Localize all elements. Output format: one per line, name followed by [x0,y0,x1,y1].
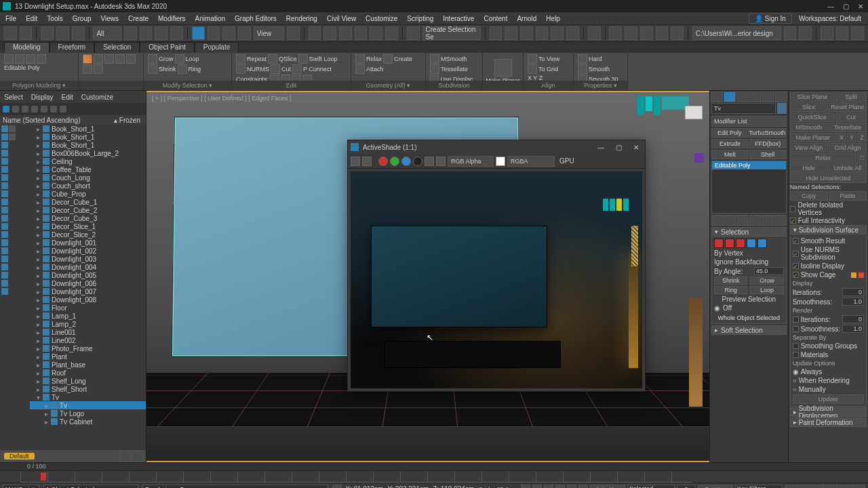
default-layer-button[interactable]: Default [4,453,35,460]
unlink-button[interactable] [56,26,69,40]
rectangular-region-button[interactable] [155,26,167,40]
scene-item[interactable]: ▸Roof [30,369,146,377]
menu-tools[interactable]: Tools [47,15,62,22]
scene-item[interactable]: ▸Plant_base [30,361,146,369]
ribbon-group-modifyselection[interactable]: Modify Selection ▾ [144,81,231,90]
walk-icon[interactable] [846,485,855,489]
scene-item[interactable]: ▸Book_Short_1 [30,133,146,141]
modifier-stack[interactable]: Editable Poly [711,161,787,214]
display-tab-icon[interactable] [762,92,774,102]
extrude-button[interactable]: Extrude [711,139,749,148]
softselection-rollout-header[interactable]: ▸ Soft Selection [711,325,787,335]
select-and-rotate-button[interactable] [208,26,220,40]
as-save-icon[interactable] [351,157,360,166]
as-mono-icon[interactable] [425,157,434,166]
subdiv-disp-header[interactable]: ▸ Subdivision Displacemen [790,407,867,417]
named-selection-dropdown[interactable]: Create Selection Se [422,26,481,40]
select-and-manipulate-button[interactable] [309,26,321,40]
rendered-frame-button[interactable] [625,26,637,40]
as-red-channel-icon[interactable] [378,157,388,166]
undo-button[interactable] [4,26,17,40]
menu-group[interactable]: Group [73,15,92,22]
menu-animation[interactable]: Animation [195,15,225,22]
scene-item[interactable]: ▸Downlight_007 [30,287,146,296]
keyfilters-button[interactable]: Key Filters... [735,485,783,489]
as-maximize-button[interactable]: ▢ [610,144,627,151]
render-production-button[interactable] [640,26,653,40]
menu-help[interactable]: Help [546,15,560,22]
turbosmooth-button[interactable]: TurboSmooth [748,128,786,138]
spinner-snap-button[interactable] [385,26,398,40]
scene-item[interactable]: ▸Coffee_Table [30,165,146,174]
play-icon[interactable] [544,485,553,489]
as-color-swatch[interactable] [496,157,505,166]
key-mode-icon[interactable] [578,485,588,489]
vertex-subobj-button[interactable] [714,239,724,248]
scene-item[interactable]: ▸Box006Book_Large_2 [30,149,146,157]
menu-rendering[interactable]: Rendering [286,15,317,22]
open-autodesk-button[interactable] [671,26,684,40]
maximize-button[interactable]: ▢ [838,3,853,10]
ribbon-group-geometry[interactable]: Geometry (All) ▾ [351,81,425,90]
scene-item[interactable]: ▸Line001 [30,328,146,336]
select-object-button[interactable] [124,26,137,40]
ribbon-tab-selection[interactable]: Selection [94,42,140,53]
menu-views[interactable]: Views [101,15,119,22]
col-name[interactable]: Name (Sorted Ascending) [3,117,81,124]
project-path[interactable]: C:\Users\Wi...erior design [692,26,781,40]
menu-graph-editors[interactable]: Graph Editors [235,15,277,22]
menu-scripting[interactable]: Scripting [407,15,433,22]
menu-content[interactable]: Content [484,15,507,22]
iterations-spinner[interactable]: 0 [842,288,864,296]
ribbon-group-properties[interactable]: Properties ▾ [574,81,627,90]
as-blue-channel-icon[interactable] [401,157,411,166]
se-display[interactable]: Display [31,94,54,101]
shell-button[interactable]: Shell [749,150,787,159]
sliceplane-button[interactable]: Slice Plane [790,92,835,102]
stack-editable-poly[interactable]: Editable Poly [712,161,786,169]
motion-tab-icon[interactable] [749,92,762,102]
as-alpha-channel-icon[interactable] [413,157,422,166]
goto-start-icon[interactable] [521,485,530,489]
scene-item[interactable]: ▸Couch_short [30,182,146,190]
se-select[interactable]: Select [4,94,23,101]
viewport-label[interactable]: [ + ] [ Perspective ] [ User Defined ] [… [152,95,291,102]
perspective-viewport[interactable]: [ + ] [ Perspective ] [ User Defined ] [… [146,91,709,462]
goto-end-icon[interactable] [567,485,576,489]
polygon-subobj-button[interactable] [747,239,756,248]
menu-modifiers[interactable]: Modifiers [158,15,186,22]
border-subobj-button[interactable] [736,239,745,248]
activeshade-window[interactable]: ActiveShade (1:1) — ▢ ✕ [347,140,646,392]
as-clear-icon[interactable] [436,157,446,166]
extra-3-button[interactable] [851,26,864,40]
current-frame-field[interactable]: 0 [677,485,696,489]
element-subobj-button[interactable] [757,239,767,248]
toggle-layer-explorer-button[interactable] [520,26,533,40]
se-tool-icon[interactable] [3,106,9,113]
ffdbox-button[interactable]: FFD(box) [749,139,787,148]
geometry-filter-icon[interactable] [1,125,8,132]
scene-item[interactable]: ▸Decor_Slice_2 [30,230,146,239]
modify-tab-icon[interactable] [724,92,736,102]
vertex-subobj-icon[interactable] [83,54,92,64]
edge-subobj-button[interactable] [725,239,734,248]
sign-in-button[interactable]: 👤 Sign In [749,14,792,24]
menu-file[interactable]: File [5,15,16,22]
close-button[interactable]: ✕ [853,3,868,10]
scene-item[interactable]: ▸Downlight_002 [30,247,146,255]
ribbon-tab-objectpaint[interactable]: Object Paint [140,42,194,53]
grow-button[interactable]: Grow [750,277,783,285]
percent-snap-button[interactable] [370,26,382,40]
mirror-button[interactable] [490,26,502,40]
reference-coord-dropdown[interactable]: View [254,26,284,40]
scene-item[interactable]: ▸Cube_Prop [30,190,146,198]
subdiv-surface-header[interactable]: ▾ Subdivision Surface [790,225,867,235]
scene-item[interactable]: ▸Line002 [30,336,146,344]
modifier-list-dropdown[interactable]: Modifier List [711,116,787,127]
menu-edit[interactable]: Edit [26,15,37,22]
hierarchy-tab-icon[interactable] [736,92,749,102]
prev-frame-icon[interactable] [532,485,542,489]
window-crossing-button[interactable] [170,26,183,40]
zoom-region-icon[interactable] [856,485,865,489]
pan-icon[interactable] [785,485,794,489]
